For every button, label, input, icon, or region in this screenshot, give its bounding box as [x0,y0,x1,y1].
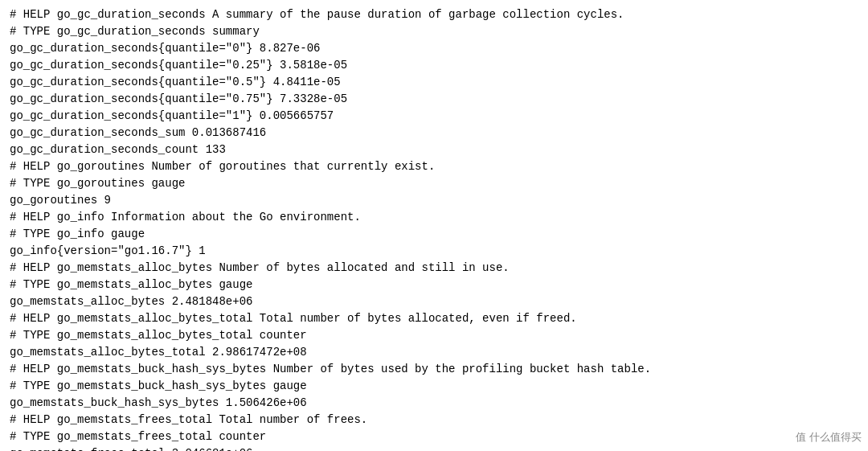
metrics-line: go_goroutines 9 [10,194,111,207]
metrics-line: # TYPE go_memstats_alloc_bytes_total cou… [10,329,307,342]
metrics-line: # HELP go_gc_duration_seconds A summary … [10,8,624,21]
metrics-line: go_memstats_buck_hash_sys_bytes 1.506426… [10,396,307,409]
metrics-line: go_memstats_frees_total 3.046681e+06 [10,447,252,451]
metrics-line: # HELP go_goroutines Number of goroutine… [10,160,435,173]
metrics-line: # TYPE go_memstats_frees_total counter [10,430,266,443]
metrics-line: go_memstats_alloc_bytes_total 2.98617472… [10,346,307,359]
metrics-line: # HELP go_memstats_alloc_bytes_total Tot… [10,312,577,325]
metrics-line: go_gc_duration_seconds{quantile="1"} 0.0… [10,109,334,122]
metrics-line: # TYPE go_goroutines gauge [10,177,185,190]
metrics-line: # HELP go_memstats_buck_hash_sys_bytes N… [10,363,651,375]
metrics-line: go_gc_duration_seconds{quantile="0"} 8.8… [10,42,320,55]
metrics-line: # TYPE go_gc_duration_seconds summary [10,25,260,38]
metrics-line: go_gc_duration_seconds_sum 0.013687416 [10,126,266,139]
metrics-line: go_gc_duration_seconds{quantile="0.75"} … [10,92,347,105]
metrics-line: # TYPE go_memstats_alloc_bytes gauge [10,278,252,291]
metrics-line: go_gc_duration_seconds{quantile="0.25"} … [10,59,347,72]
metrics-line: # TYPE go_info gauge [10,228,145,240]
metrics-line: go_info{version="go1.16.7"} 1 [10,244,206,257]
metrics-line: # HELP go_memstats_alloc_bytes Number of… [10,261,510,274]
metrics-line: # TYPE go_memstats_buck_hash_sys_bytes g… [10,379,307,392]
metrics-line: # HELP go_info Information about the Go … [10,211,361,223]
watermark: 值 什么值得买 [796,429,862,445]
metrics-line: go_gc_duration_seconds_count 133 [10,143,226,156]
metrics-line: go_memstats_alloc_bytes 2.481848e+06 [10,295,252,308]
metrics-line: go_gc_duration_seconds{quantile="0.5"} 4… [10,76,341,88]
metrics-output: # HELP go_gc_duration_seconds A summary … [10,6,858,451]
metrics-line: # HELP go_memstats_frees_total Total num… [10,413,367,426]
